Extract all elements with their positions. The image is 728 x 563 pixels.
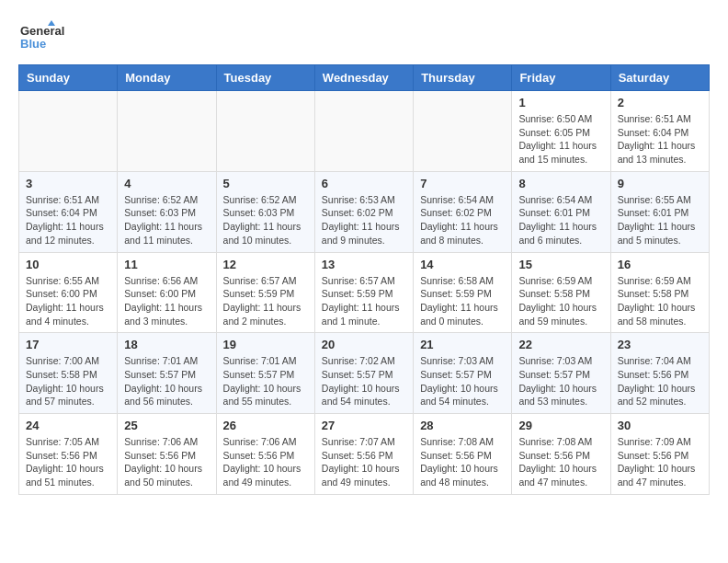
day-info: Sunrise: 7:09 AM Sunset: 5:56 PM Dayligh…	[618, 435, 702, 489]
calendar-cell: 20Sunrise: 7:02 AM Sunset: 5:57 PM Dayli…	[314, 333, 413, 414]
calendar-cell: 28Sunrise: 7:08 AM Sunset: 5:56 PM Dayli…	[414, 414, 512, 495]
day-info: Sunrise: 6:54 AM Sunset: 6:01 PM Dayligh…	[518, 193, 603, 247]
day-info: Sunrise: 7:08 AM Sunset: 5:56 PM Dayligh…	[420, 435, 505, 489]
calendar-cell: 8Sunrise: 6:54 AM Sunset: 6:01 PM Daylig…	[512, 171, 610, 252]
week-row-1: 1Sunrise: 6:50 AM Sunset: 6:05 PM Daylig…	[19, 91, 710, 172]
calendar-cell: 2Sunrise: 6:51 AM Sunset: 6:04 PM Daylig…	[610, 91, 709, 172]
day-info: Sunrise: 6:55 AM Sunset: 6:00 PM Dayligh…	[26, 274, 110, 328]
weekday-saturday: Saturday	[610, 65, 709, 91]
day-info: Sunrise: 6:57 AM Sunset: 5:59 PM Dayligh…	[223, 274, 308, 328]
weekday-header-row: SundayMondayTuesdayWednesdayThursdayFrid…	[19, 65, 710, 91]
calendar-cell: 7Sunrise: 6:54 AM Sunset: 6:02 PM Daylig…	[414, 171, 512, 252]
calendar-cell	[314, 91, 413, 172]
day-info: Sunrise: 6:51 AM Sunset: 6:04 PM Dayligh…	[26, 193, 110, 247]
calendar-cell	[19, 91, 118, 172]
calendar-cell: 9Sunrise: 6:55 AM Sunset: 6:01 PM Daylig…	[610, 171, 709, 252]
day-info: Sunrise: 7:08 AM Sunset: 5:56 PM Dayligh…	[518, 435, 603, 489]
weekday-wednesday: Wednesday	[314, 65, 413, 91]
day-info: Sunrise: 7:06 AM Sunset: 5:56 PM Dayligh…	[124, 435, 209, 489]
logo-icon: General Blue	[18, 18, 92, 55]
calendar-cell: 25Sunrise: 7:06 AM Sunset: 5:56 PM Dayli…	[118, 414, 216, 495]
day-info: Sunrise: 7:06 AM Sunset: 5:56 PM Dayligh…	[223, 435, 308, 489]
week-row-3: 10Sunrise: 6:55 AM Sunset: 6:00 PM Dayli…	[19, 252, 710, 333]
day-number: 4	[124, 177, 209, 190]
day-number: 16	[618, 258, 702, 271]
day-number: 7	[420, 177, 505, 190]
calendar-cell: 4Sunrise: 6:52 AM Sunset: 6:03 PM Daylig…	[118, 171, 216, 252]
day-info: Sunrise: 7:03 AM Sunset: 5:57 PM Dayligh…	[420, 354, 505, 408]
calendar-cell: 30Sunrise: 7:09 AM Sunset: 5:56 PM Dayli…	[610, 414, 709, 495]
weekday-sunday: Sunday	[19, 65, 118, 91]
day-number: 18	[124, 338, 209, 351]
day-number: 5	[223, 177, 308, 190]
day-info: Sunrise: 7:04 AM Sunset: 5:56 PM Dayligh…	[618, 354, 702, 408]
day-number: 19	[223, 338, 308, 351]
calendar-cell: 27Sunrise: 7:07 AM Sunset: 5:56 PM Dayli…	[314, 414, 413, 495]
day-number: 2	[618, 96, 702, 109]
day-number: 10	[26, 258, 110, 271]
day-number: 14	[420, 258, 505, 271]
day-info: Sunrise: 7:02 AM Sunset: 5:57 PM Dayligh…	[322, 354, 406, 408]
calendar-cell: 26Sunrise: 7:06 AM Sunset: 5:56 PM Dayli…	[216, 414, 314, 495]
day-number: 28	[420, 419, 505, 432]
day-info: Sunrise: 6:50 AM Sunset: 6:05 PM Dayligh…	[518, 112, 603, 167]
day-number: 24	[26, 419, 110, 432]
day-info: Sunrise: 6:51 AM Sunset: 6:04 PM Dayligh…	[618, 112, 702, 167]
calendar-cell: 13Sunrise: 6:57 AM Sunset: 5:59 PM Dayli…	[314, 252, 413, 333]
calendar-cell: 17Sunrise: 7:00 AM Sunset: 5:58 PM Dayli…	[19, 333, 118, 414]
calendar-cell: 5Sunrise: 6:52 AM Sunset: 6:03 PM Daylig…	[216, 171, 314, 252]
week-row-2: 3Sunrise: 6:51 AM Sunset: 6:04 PM Daylig…	[19, 171, 710, 252]
week-row-5: 24Sunrise: 7:05 AM Sunset: 5:56 PM Dayli…	[19, 414, 710, 495]
day-number: 29	[518, 419, 603, 432]
calendar-cell: 3Sunrise: 6:51 AM Sunset: 6:04 PM Daylig…	[19, 171, 118, 252]
day-number: 6	[322, 177, 406, 190]
day-number: 1	[518, 96, 603, 109]
day-info: Sunrise: 7:01 AM Sunset: 5:57 PM Dayligh…	[223, 354, 308, 408]
day-number: 17	[26, 338, 110, 351]
day-number: 21	[420, 338, 505, 351]
calendar-cell: 29Sunrise: 7:08 AM Sunset: 5:56 PM Dayli…	[512, 414, 610, 495]
day-number: 27	[322, 419, 406, 432]
calendar-table: SundayMondayTuesdayWednesdayThursdayFrid…	[18, 64, 710, 495]
day-number: 30	[618, 419, 702, 432]
day-info: Sunrise: 7:05 AM Sunset: 5:56 PM Dayligh…	[26, 435, 110, 489]
day-number: 26	[223, 419, 308, 432]
week-row-4: 17Sunrise: 7:00 AM Sunset: 5:58 PM Dayli…	[19, 333, 710, 414]
calendar-cell: 15Sunrise: 6:59 AM Sunset: 5:58 PM Dayli…	[512, 252, 610, 333]
weekday-tuesday: Tuesday	[216, 65, 314, 91]
calendar-cell: 16Sunrise: 6:59 AM Sunset: 5:58 PM Dayli…	[610, 252, 709, 333]
calendar-cell: 18Sunrise: 7:01 AM Sunset: 5:57 PM Dayli…	[118, 333, 216, 414]
day-info: Sunrise: 6:56 AM Sunset: 6:00 PM Dayligh…	[124, 274, 209, 328]
calendar-cell: 10Sunrise: 6:55 AM Sunset: 6:00 PM Dayli…	[19, 252, 118, 333]
day-number: 9	[618, 177, 702, 190]
calendar-cell	[414, 91, 512, 172]
day-info: Sunrise: 6:58 AM Sunset: 5:59 PM Dayligh…	[420, 274, 505, 328]
day-number: 11	[124, 258, 209, 271]
svg-text:General: General	[20, 24, 64, 38]
day-number: 25	[124, 419, 209, 432]
day-number: 22	[518, 338, 603, 351]
calendar-cell: 24Sunrise: 7:05 AM Sunset: 5:56 PM Dayli…	[19, 414, 118, 495]
day-info: Sunrise: 7:07 AM Sunset: 5:56 PM Dayligh…	[322, 435, 406, 489]
weekday-thursday: Thursday	[414, 65, 512, 91]
day-number: 23	[618, 338, 702, 351]
header: General Blue	[18, 18, 710, 55]
day-info: Sunrise: 6:54 AM Sunset: 6:02 PM Dayligh…	[420, 193, 505, 247]
calendar-cell	[216, 91, 314, 172]
day-info: Sunrise: 6:59 AM Sunset: 5:58 PM Dayligh…	[618, 274, 702, 328]
day-number: 20	[322, 338, 406, 351]
day-info: Sunrise: 6:57 AM Sunset: 5:59 PM Dayligh…	[322, 274, 406, 328]
day-info: Sunrise: 7:01 AM Sunset: 5:57 PM Dayligh…	[124, 354, 209, 408]
day-info: Sunrise: 6:55 AM Sunset: 6:01 PM Dayligh…	[618, 193, 702, 247]
calendar-cell: 11Sunrise: 6:56 AM Sunset: 6:00 PM Dayli…	[118, 252, 216, 333]
day-number: 3	[26, 177, 110, 190]
calendar-cell: 1Sunrise: 6:50 AM Sunset: 6:05 PM Daylig…	[512, 91, 610, 172]
day-info: Sunrise: 6:52 AM Sunset: 6:03 PM Dayligh…	[223, 193, 308, 247]
svg-text:Blue: Blue	[20, 37, 46, 51]
calendar-cell: 19Sunrise: 7:01 AM Sunset: 5:57 PM Dayli…	[216, 333, 314, 414]
day-number: 13	[322, 258, 406, 271]
weekday-monday: Monday	[118, 65, 216, 91]
day-info: Sunrise: 6:53 AM Sunset: 6:02 PM Dayligh…	[322, 193, 406, 247]
day-number: 8	[518, 177, 603, 190]
day-info: Sunrise: 7:00 AM Sunset: 5:58 PM Dayligh…	[26, 354, 110, 408]
